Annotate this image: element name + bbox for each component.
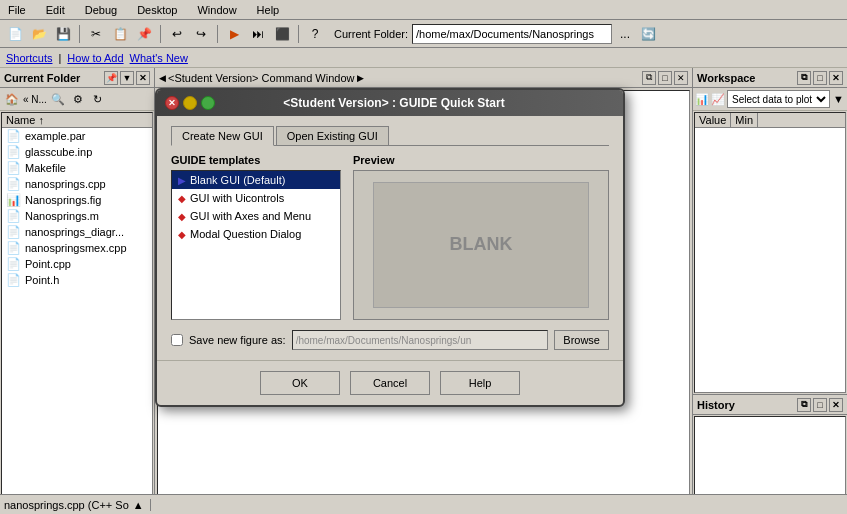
preview-inner: BLANK: [373, 182, 589, 308]
saveas-row: Save new figure as: Browse: [171, 330, 609, 350]
guide-dialog: ✕ <Student Version> : GUIDE Quick Start …: [155, 88, 625, 407]
ok-button[interactable]: OK: [260, 371, 340, 395]
saveas-input[interactable]: [292, 330, 549, 350]
dialog-max-btn[interactable]: [201, 96, 215, 110]
preview-section: Preview BLANK: [353, 154, 609, 320]
preview-box: BLANK: [353, 170, 609, 320]
template-modal-label: Modal Question Dialog: [190, 228, 301, 240]
templates-section: GUIDE templates ▶ Blank GUI (Default) ◆ …: [171, 154, 341, 320]
preview-label: Preview: [353, 154, 609, 166]
dialog-overlay: ✕ <Student Version> : GUIDE Quick Start …: [0, 0, 847, 514]
cancel-button[interactable]: Cancel: [350, 371, 430, 395]
dialog-titlebar: ✕ <Student Version> : GUIDE Quick Start: [157, 90, 623, 116]
dialog-window-controls: ✕: [165, 96, 215, 110]
template-diamond-icon-3: ◆: [178, 229, 186, 240]
dialog-body: Create New GUI Open Existing GUI GUIDE t…: [157, 116, 623, 360]
dialog-tabs: Create New GUI Open Existing GUI: [171, 126, 609, 146]
dialog-title: <Student Version> : GUIDE Quick Start: [283, 96, 504, 110]
template-gui-axes-menu[interactable]: ◆ GUI with Axes and Menu: [172, 207, 340, 225]
template-axes-menu-label: GUI with Axes and Menu: [190, 210, 311, 222]
saveas-browse-btn[interactable]: Browse: [554, 330, 609, 350]
templates-list: ▶ Blank GUI (Default) ◆ GUI with Uicontr…: [171, 170, 341, 320]
saveas-checkbox[interactable]: [171, 334, 183, 346]
preview-blank-text: BLANK: [449, 234, 512, 255]
tab-open-existing-gui[interactable]: Open Existing GUI: [276, 126, 389, 145]
template-modal-dialog[interactable]: ◆ Modal Question Dialog: [172, 225, 340, 243]
template-arrow-icon: ▶: [178, 175, 186, 186]
template-blank-gui[interactable]: ▶ Blank GUI (Default): [172, 171, 340, 189]
template-diamond-icon-1: ◆: [178, 193, 186, 204]
template-uicontrols-label: GUI with Uicontrols: [190, 192, 284, 204]
saveas-label: Save new figure as:: [189, 334, 286, 346]
template-gui-uicontrols[interactable]: ◆ GUI with Uicontrols: [172, 189, 340, 207]
dialog-footer: OK Cancel Help: [157, 360, 623, 405]
dialog-content: GUIDE templates ▶ Blank GUI (Default) ◆ …: [171, 154, 609, 320]
template-blank-gui-label: Blank GUI (Default): [190, 174, 285, 186]
help-button[interactable]: Help: [440, 371, 520, 395]
template-diamond-icon-2: ◆: [178, 211, 186, 222]
dialog-close-btn[interactable]: ✕: [165, 96, 179, 110]
tab-create-new-gui[interactable]: Create New GUI: [171, 126, 274, 146]
templates-label: GUIDE templates: [171, 154, 341, 166]
dialog-min-btn[interactable]: [183, 96, 197, 110]
